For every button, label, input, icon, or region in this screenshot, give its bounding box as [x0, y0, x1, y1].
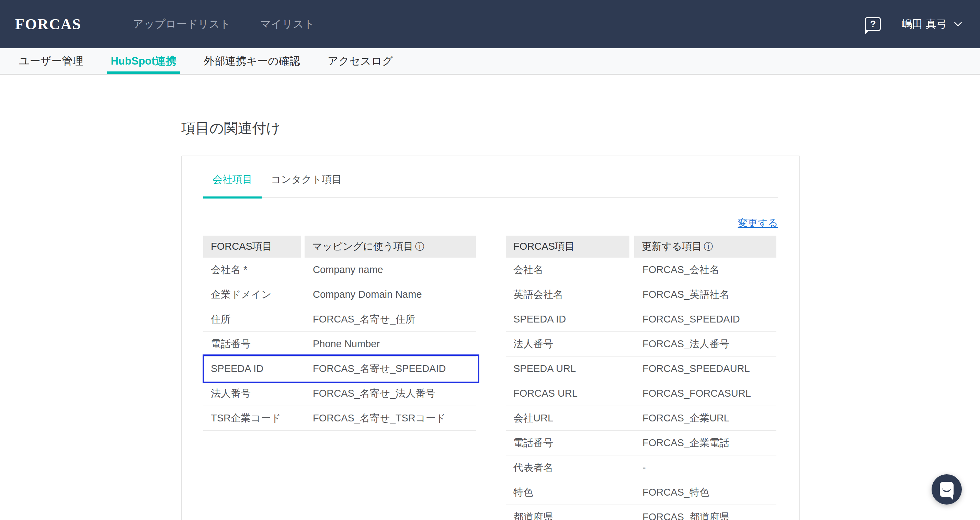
cell-forcas: TSR企業コード — [203, 412, 305, 425]
cell-forcas: 法人番号 — [506, 337, 634, 351]
info-icon[interactable]: ⓘ — [703, 240, 713, 253]
info-icon[interactable]: ⓘ — [415, 240, 425, 253]
intercom-launcher-button[interactable] — [932, 474, 962, 504]
cell-forcas: 会社URL — [506, 412, 634, 425]
cell-forcas: 法人番号 — [203, 387, 305, 401]
cell-forcas: SPEEDA ID — [506, 313, 634, 325]
table-row: 法人番号 FORCAS_法人番号 — [506, 332, 776, 356]
update-table: FORCAS項目 更新する項目 ⓘ 会社名 FORCAS_会社名 英語会社名 F… — [506, 235, 776, 520]
cell-forcas: 特色 — [506, 486, 634, 499]
table-row: 電話番号 Phone Number — [203, 332, 476, 356]
header-forcas-field: FORCAS項目 — [506, 235, 629, 258]
cell-forcas: 英語会社名 — [506, 288, 634, 302]
user-name: 嶋田 真弓 — [901, 17, 947, 31]
cell-forcas: 企業ドメイン — [203, 288, 305, 302]
cell-field: FORCAS_名寄せ_住所 — [305, 313, 476, 326]
tab-company-fields[interactable]: 会社項目 — [203, 156, 262, 197]
tab-access-log[interactable]: アクセスログ — [324, 48, 396, 74]
cell-field: FORCAS_特色 — [634, 486, 776, 499]
tab-user-management[interactable]: ユーザー管理 — [16, 48, 86, 74]
table-row: 会社URL FORCAS_企業URL — [506, 406, 776, 431]
update-table-header: FORCAS項目 更新する項目 ⓘ — [506, 235, 776, 258]
cell-field: FORCAS_都道府県 — [634, 510, 776, 520]
cell-forcas: 会社名 * — [203, 263, 305, 277]
table-row: FORCAS URL FORCAS_FORCASURL — [506, 381, 776, 406]
header-update-field: 更新する項目 ⓘ — [634, 235, 776, 258]
tab-external-key[interactable]: 外部連携キーの確認 — [200, 48, 304, 74]
table-row: 特色 FORCAS_特色 — [506, 480, 776, 505]
cell-field: - — [634, 462, 776, 473]
tab-contact-fields[interactable]: コンタクト項目 — [262, 156, 351, 197]
cell-field: Company Domain Name — [305, 289, 476, 300]
table-row: 会社名 FORCAS_会社名 — [506, 258, 776, 282]
forcas-logo[interactable]: FORCAS — [15, 16, 81, 33]
cell-forcas: 住所 — [203, 313, 305, 326]
change-row: 変更する — [203, 216, 778, 230]
cell-field: FORCAS_企業電話 — [634, 436, 776, 450]
help-speech-bubble-icon: ? — [865, 17, 881, 31]
card-tabs: 会社項目 コンタクト項目 — [203, 156, 778, 198]
header-mapping-field: マッピングに使う項目 ⓘ — [305, 235, 476, 258]
table-row: 住所 FORCAS_名寄せ_住所 — [203, 307, 476, 332]
cell-forcas: SPEEDA ID — [203, 363, 305, 374]
table-row: 会社名 * Company name — [203, 258, 476, 282]
topbar-nav: アップロードリスト マイリスト — [133, 17, 315, 31]
cell-field: FORCAS_企業URL — [634, 412, 776, 425]
topbar: FORCAS アップロードリスト マイリスト ? 嶋田 真弓 — [0, 0, 980, 48]
tables-row: FORCAS項目 マッピングに使う項目 ⓘ 会社名 * Company name… — [203, 235, 778, 520]
settings-tabbar: ユーザー管理 HubSpot連携 外部連携キーの確認 アクセスログ — [0, 48, 980, 75]
table-row: 法人番号 FORCAS_名寄せ_法人番号 — [203, 381, 476, 406]
tab-hubspot-integration[interactable]: HubSpot連携 — [107, 48, 180, 74]
mapping-table-header: FORCAS項目 マッピングに使う項目 ⓘ — [203, 235, 476, 258]
table-row: 都道府県 FORCAS_都道府県 — [506, 505, 776, 520]
header-update-field-label: 更新する項目 — [642, 240, 702, 253]
table-row-highlighted: SPEEDA ID FORCAS_名寄せ_SPEEDAID — [203, 356, 476, 381]
chevron-down-icon — [954, 19, 962, 27]
cell-forcas: 電話番号 — [506, 436, 634, 450]
cell-field: FORCAS_名寄せ_TSRコード — [305, 412, 476, 425]
cell-field: FORCAS_名寄せ_SPEEDAID — [305, 362, 476, 376]
header-mapping-field-label: マッピングに使う項目 — [312, 240, 414, 253]
cell-field: Company name — [305, 264, 476, 275]
cell-field: FORCAS_英語社名 — [634, 288, 776, 302]
cell-forcas: 会社名 — [506, 263, 634, 277]
cell-forcas: FORCAS URL — [506, 388, 634, 399]
header-forcas-field: FORCAS項目 — [203, 235, 301, 258]
table-row: 代表者名 - — [506, 455, 776, 480]
change-link[interactable]: 変更する — [738, 218, 778, 228]
cell-field: FORCAS_SPEEDAID — [634, 313, 776, 325]
field-mapping-card: 会社項目 コンタクト項目 変更する FORCAS項目 マッピングに使う項目 ⓘ … — [181, 156, 800, 520]
table-row: 電話番号 FORCAS_企業電話 — [506, 431, 776, 455]
cell-field: FORCAS_SPEEDAURL — [634, 363, 776, 374]
cell-field: FORCAS_FORCASURL — [634, 388, 776, 399]
chat-bubble-icon — [940, 482, 954, 497]
mapping-table: FORCAS項目 マッピングに使う項目 ⓘ 会社名 * Company name… — [203, 235, 476, 520]
table-row: TSR企業コード FORCAS_名寄せ_TSRコード — [203, 406, 476, 431]
cell-field: FORCAS_法人番号 — [634, 337, 776, 351]
table-row: 企業ドメイン Company Domain Name — [203, 282, 476, 307]
cell-field: Phone Number — [305, 338, 476, 350]
cell-forcas: 都道府県 — [506, 510, 634, 520]
nav-my-list[interactable]: マイリスト — [260, 17, 315, 31]
page-title: 項目の関連付け — [181, 119, 980, 138]
help-button[interactable]: ? — [865, 17, 881, 31]
cell-forcas: 代表者名 — [506, 461, 634, 475]
nav-upload-list[interactable]: アップロードリスト — [133, 17, 231, 31]
table-row: SPEEDA ID FORCAS_SPEEDAID — [506, 307, 776, 332]
table-row: 英語会社名 FORCAS_英語社名 — [506, 282, 776, 307]
cell-field: FORCAS_名寄せ_法人番号 — [305, 387, 476, 401]
table-row: SPEEDA URL FORCAS_SPEEDAURL — [506, 356, 776, 381]
cell-forcas: SPEEDA URL — [506, 363, 634, 374]
cell-field: FORCAS_会社名 — [634, 263, 776, 277]
cell-forcas: 電話番号 — [203, 337, 305, 351]
user-menu[interactable]: 嶋田 真弓 — [901, 17, 961, 31]
